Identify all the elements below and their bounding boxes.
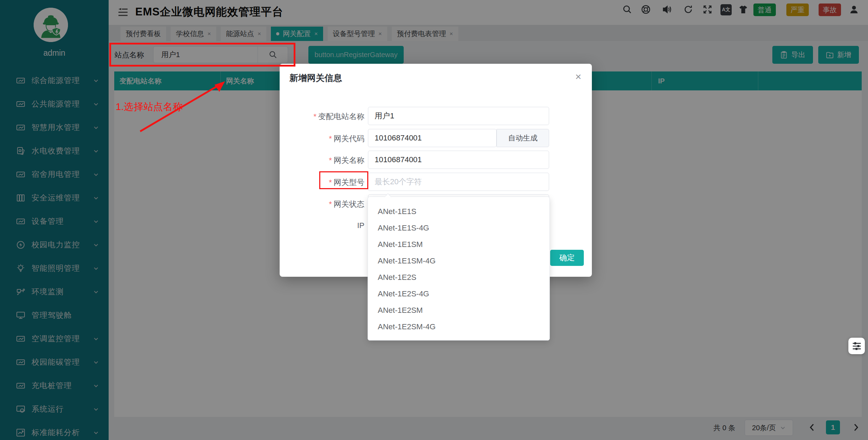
gateway-name-input[interactable] bbox=[368, 151, 549, 169]
dropdown-option[interactable]: ANet-1E2SM bbox=[368, 302, 549, 318]
tune-icon bbox=[852, 341, 862, 351]
required-asterisk: * bbox=[329, 134, 332, 143]
dropdown-option[interactable]: ANet-1E1S bbox=[368, 203, 549, 220]
required-asterisk: * bbox=[329, 156, 332, 165]
gateway-code-label: *网关代码 bbox=[280, 133, 364, 144]
gateway-model-input[interactable] bbox=[368, 173, 549, 191]
annotation-arrow bbox=[133, 74, 235, 137]
gateway-name-label: *网关名称 bbox=[280, 155, 364, 166]
dialog-title: 新增网关信息 bbox=[289, 72, 342, 84]
dropdown-option[interactable]: ANet-1E1SM bbox=[368, 236, 549, 253]
auto-generate-button[interactable]: 自动生成 bbox=[497, 129, 549, 147]
annotation-box-search bbox=[109, 43, 295, 67]
dropdown-option[interactable]: ANet-1E2S-4G bbox=[368, 286, 549, 302]
substation-name-label: *变配电站名称 bbox=[280, 111, 364, 122]
required-asterisk: * bbox=[329, 200, 332, 208]
dropdown-option[interactable]: ANet-1E2S bbox=[368, 269, 549, 286]
settings-tune-button[interactable] bbox=[848, 338, 865, 354]
required-asterisk: * bbox=[313, 112, 316, 121]
gateway-status-label: *网关状态 bbox=[280, 199, 364, 209]
gateway-model-dropdown: ANet-1E1S ANet-1E1S-4G ANet-1E1SM ANet-1… bbox=[368, 197, 550, 341]
gateway-code-input[interactable] bbox=[368, 129, 497, 147]
confirm-button[interactable]: 确定 bbox=[550, 250, 584, 266]
dropdown-option[interactable]: ANet-1E1SM-4G bbox=[368, 253, 549, 269]
dropdown-option[interactable]: ANet-1E2SM-4G bbox=[368, 318, 549, 335]
substation-name-input[interactable] bbox=[368, 107, 549, 125]
dropdown-option[interactable]: ANet-1E1S-4G bbox=[368, 220, 549, 236]
ip-label: IP bbox=[280, 221, 364, 230]
annotation-box-model-label bbox=[319, 171, 368, 189]
close-icon[interactable]: × bbox=[575, 71, 581, 82]
